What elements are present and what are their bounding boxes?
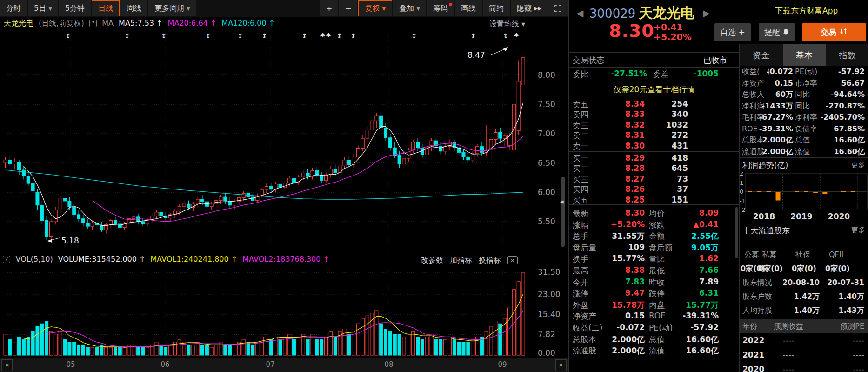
vol-volume-value: VOLUME:315452.000 ↑ bbox=[58, 255, 146, 264]
toolbar-button-+[interactable]: + bbox=[320, 0, 338, 16]
vertical-scrollbar[interactable] bbox=[561, 177, 565, 247]
holders-more-link[interactable]: 更多 bbox=[851, 226, 865, 235]
volume-bar bbox=[201, 345, 204, 355]
add-indicator-button[interactable]: 加指标 bbox=[450, 256, 472, 264]
ask-level-label: 卖二 bbox=[573, 130, 588, 141]
stat-label: 最新 bbox=[573, 208, 588, 219]
volume-bar bbox=[260, 337, 264, 355]
stat-label: 金额 bbox=[649, 231, 665, 242]
toolbar-button-筹码[interactable]: 筹码 bbox=[427, 0, 454, 16]
volume-bar bbox=[352, 329, 355, 356]
volume-bar bbox=[77, 345, 80, 355]
holders-counts-row: 0家(0)0家(0)0家(0)0家(0) bbox=[740, 262, 868, 276]
toolbar-button-隐藏 ▸▸[interactable]: 隐藏 ▸▸ bbox=[511, 0, 548, 16]
volume-bar bbox=[356, 324, 360, 355]
volume-bar bbox=[398, 334, 401, 355]
fundamental-row: 流通股2.000亿流值16.60亿 bbox=[740, 146, 868, 158]
candle-body bbox=[352, 157, 355, 164]
toolbar-button-日线[interactable]: 日线 bbox=[92, 0, 120, 16]
volume-bar bbox=[127, 345, 131, 355]
fundamental-label: 总值 bbox=[795, 135, 810, 145]
candle-body bbox=[36, 192, 39, 205]
volume-bar bbox=[297, 337, 300, 355]
add-watchlist-button[interactable]: 自选 + bbox=[714, 23, 751, 41]
stat-value: 2.000亿 bbox=[597, 345, 645, 356]
panel-scrollbar[interactable] bbox=[735, 207, 738, 258]
stat-value: 7.66 bbox=[668, 265, 719, 275]
holders-col-label: 社保 bbox=[795, 250, 810, 260]
candle-body bbox=[40, 205, 44, 221]
level2-promo-link[interactable]: 仅需20元查看十档行情 bbox=[614, 85, 695, 94]
stat-label: 量比 bbox=[649, 254, 665, 264]
prev-stock-arrow[interactable]: ◀ bbox=[576, 7, 583, 19]
volume-bar bbox=[434, 339, 438, 355]
fundamental-value: -270.87% bbox=[809, 101, 865, 110]
toolbar-button-简约[interactable]: 简约 bbox=[483, 0, 510, 16]
price-tick-label: 6.50 bbox=[538, 158, 555, 168]
volume-bar bbox=[448, 337, 451, 355]
stat-label: 内盘 bbox=[649, 300, 665, 311]
forecast-col-pe: 预测PE bbox=[840, 322, 864, 331]
candle-body bbox=[462, 152, 465, 157]
change-params-button[interactable]: 改参数 bbox=[421, 256, 443, 264]
toolbar-button-复权[interactable]: 复权▼ bbox=[358, 0, 392, 16]
ask-row[interactable]: 卖五8.34254 bbox=[569, 99, 739, 109]
month-label: 06 bbox=[160, 360, 169, 369]
forecast-row: 2021-------- bbox=[740, 348, 868, 362]
volume-chart[interactable]: 31.5023.0015.407.820.00 bbox=[0, 268, 568, 358]
stat-row: 收益(二)-0.072PE(动)-57.92 bbox=[569, 322, 739, 333]
toolbar-button-5日[interactable]: 5日▼ bbox=[28, 0, 58, 16]
candle-body bbox=[45, 220, 48, 236]
close-icon[interactable]: × bbox=[507, 256, 518, 264]
help-icon[interactable]: ? bbox=[3, 256, 10, 263]
fundamental-row: 总收入60万同比-94.64% bbox=[740, 89, 868, 101]
month-label: 07 bbox=[266, 360, 274, 369]
volume-bar bbox=[192, 345, 195, 355]
forecast-pe: ---- bbox=[853, 365, 864, 372]
bid-row[interactable]: 买一8.29418 bbox=[569, 153, 739, 163]
bid-row[interactable]: 买三8.2773 bbox=[569, 174, 739, 184]
toolbar-button-label: 叠加 bbox=[399, 4, 414, 14]
stat-row: 涨停9.47跌停6.31 bbox=[569, 287, 739, 299]
bid-row[interactable]: 买五8.25151 bbox=[569, 195, 739, 205]
tab-基本[interactable]: 基本 bbox=[783, 44, 826, 66]
toolbar-button-画线[interactable]: 画线 bbox=[455, 0, 482, 16]
holders-data-row: 人均持股1.40万1.43万 bbox=[740, 304, 868, 318]
download-app-link[interactable]: 下载东方财富App bbox=[775, 6, 838, 16]
panel-collapse-handle[interactable]: ◂ bbox=[560, 197, 564, 206]
profit-bar bbox=[757, 191, 761, 192]
bid-row[interactable]: 买二8.28645 bbox=[569, 163, 739, 173]
volume-bar bbox=[50, 331, 53, 355]
toolbar-button-周线[interactable]: 周线 bbox=[120, 0, 147, 16]
candle-body bbox=[269, 186, 273, 189]
help-icon[interactable]: ? bbox=[89, 20, 97, 27]
toolbar-button-更多周期[interactable]: 更多周期▼ bbox=[148, 0, 196, 16]
ask-row[interactable]: 卖四8.33340 bbox=[569, 109, 739, 119]
fullscreen-button[interactable] bbox=[548, 0, 568, 16]
ask-row[interactable]: 卖三8.321032 bbox=[569, 120, 739, 130]
toolbar-button-5分钟[interactable]: 5分钟 bbox=[59, 0, 91, 16]
ask-row[interactable]: 卖二8.31272 bbox=[569, 130, 739, 140]
stat-label: 昨收 bbox=[649, 277, 665, 288]
next-stock-arrow[interactable]: ▶ bbox=[703, 7, 710, 19]
scroll-right-button[interactable]: » bbox=[555, 359, 567, 371]
switch-indicator-button[interactable]: 换指标 bbox=[479, 256, 501, 264]
scroll-left-button[interactable]: « bbox=[1, 359, 13, 371]
toolbar-button-叠加[interactable]: 叠加▼ bbox=[393, 0, 426, 16]
profit-xtick-label: 2018 bbox=[753, 212, 775, 221]
stat-value: -57.92 bbox=[668, 323, 719, 332]
ma-settings-dropdown[interactable]: 设置均线 ▾ bbox=[489, 20, 525, 29]
holders-data-row: 股东情况20-08-1020-07-31 bbox=[740, 276, 868, 290]
profit-trend-more-link[interactable]: 更多 bbox=[851, 161, 865, 169]
bid-row[interactable]: 买四8.2637 bbox=[569, 184, 739, 194]
ask-row[interactable]: 卖一8.30431 bbox=[569, 141, 739, 151]
tab-指数[interactable]: 指数 bbox=[826, 44, 868, 66]
toolbar-button-−[interactable]: − bbox=[339, 0, 357, 16]
legend-mode: (日线,前复权) bbox=[39, 19, 84, 27]
candlestick-chart[interactable]: 8.007.507.006.506.005.50↕↕↕↕↕↕↕↕↕↕↕↕***8… bbox=[0, 29, 568, 251]
event-marker-icon: ↕ bbox=[261, 32, 267, 40]
tab-资金[interactable]: 资金 bbox=[740, 44, 783, 66]
toolbar-button-分时[interactable]: 分时 bbox=[0, 0, 27, 16]
trade-button[interactable]: 交易 bbox=[802, 23, 866, 41]
alert-button[interactable]: 提醒 bbox=[759, 23, 795, 41]
